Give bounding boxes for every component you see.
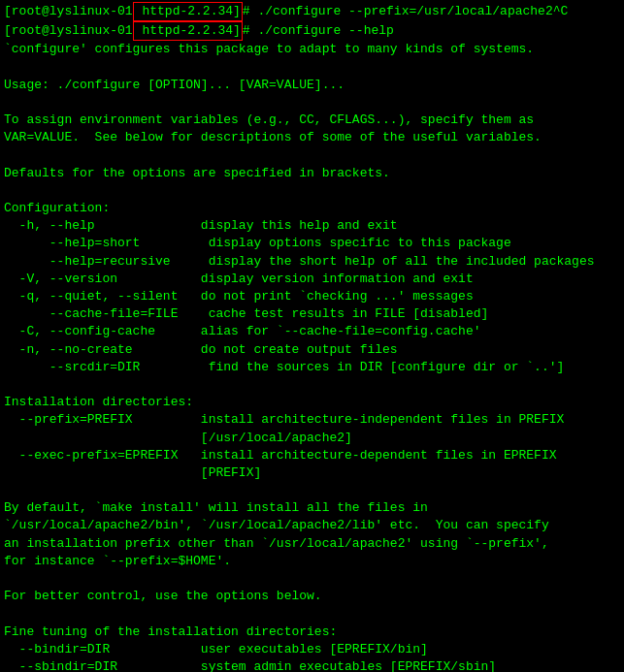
empty-4 xyxy=(4,182,620,200)
output-line-5: Defaults for the options are specified i… xyxy=(4,165,620,182)
empty-1 xyxy=(4,59,620,77)
output-line-20: [PREFIX] xyxy=(4,464,620,482)
output-line-2: Usage: ./configure [OPTION]... [VAR=VALU… xyxy=(4,77,620,94)
output-line-9: --help=recursive display the short help … xyxy=(4,253,620,271)
prompt-bracket-2: [root@lyslinux-01 xyxy=(4,22,133,40)
output-line-22: `/usr/local/apache2/bin', `/usr/local/ap… xyxy=(4,517,620,534)
output-line-25: For better control, use the options belo… xyxy=(4,588,620,605)
output-line-12: --cache-file=FILE cache test results in … xyxy=(4,305,620,323)
prompt-cmd-2: # ./configure --help xyxy=(243,22,394,40)
output-line-4: VAR=VALUE. See below for descriptions of… xyxy=(4,129,620,146)
output-line-6: Configuration: xyxy=(4,200,620,217)
prompt-cmd-1: # ./configure --prefix=/usr/local/apache… xyxy=(243,3,568,20)
output-line-24: for instance `--prefix=$HOME'. xyxy=(4,553,620,570)
output-line-27: --bindir=DIR user executables [EPREFIX/b… xyxy=(4,641,620,658)
empty-7 xyxy=(4,570,620,588)
empty-6 xyxy=(4,482,620,499)
prompt-dir-box-2: httpd-2.2.34] xyxy=(133,21,243,41)
output-line-8: --help=short display options specific to… xyxy=(4,235,620,252)
output-line-19: --exec-prefix=EPREFIX install architectu… xyxy=(4,447,620,464)
output-line-26: Fine tuning of the installation director… xyxy=(4,624,620,641)
empty-8 xyxy=(4,605,620,623)
output-line-23: an installation prefix other than `/usr/… xyxy=(4,535,620,553)
prompt-line-2: [root@lyslinux-01 httpd-2.2.34]# ./confi… xyxy=(4,21,620,41)
output-line-16: Installation directories: xyxy=(4,394,620,411)
prompt-dir-box-1: httpd-2.2.34] xyxy=(133,2,243,21)
empty-2 xyxy=(4,94,620,112)
terminal: [root@lyslinux-01 httpd-2.2.34]# ./confi… xyxy=(0,0,624,672)
output-line-7: -h, --help display this help and exit xyxy=(4,217,620,235)
output-line-13: -C, --config-cache alias for `--cache-fi… xyxy=(4,323,620,340)
prompt-bracket-1: [root@lyslinux-01 xyxy=(4,3,133,20)
output-line-1: `configure' configures this package to a… xyxy=(4,41,620,58)
empty-5 xyxy=(4,376,620,394)
output-line-10: -V, --version display version informatio… xyxy=(4,271,620,288)
output-line-18: [/usr/local/apache2] xyxy=(4,430,620,447)
output-line-15: --srcdir=DIR find the sources in DIR [co… xyxy=(4,359,620,376)
output-line-3: To assign environment variables (e.g., C… xyxy=(4,112,620,129)
output-line-17: --prefix=PREFIX install architecture-ind… xyxy=(4,411,620,429)
output-line-21: By default, `make install' will install … xyxy=(4,499,620,517)
output-line-14: -n, --no-create do not create output fil… xyxy=(4,341,620,359)
output-line-11: -q, --quiet, --silent do not print `chec… xyxy=(4,288,620,305)
empty-3 xyxy=(4,147,620,165)
output-line-28: --sbindir=DIR system admin executables [… xyxy=(4,658,620,672)
prompt-line-1: [root@lyslinux-01 httpd-2.2.34]# ./confi… xyxy=(4,2,620,21)
